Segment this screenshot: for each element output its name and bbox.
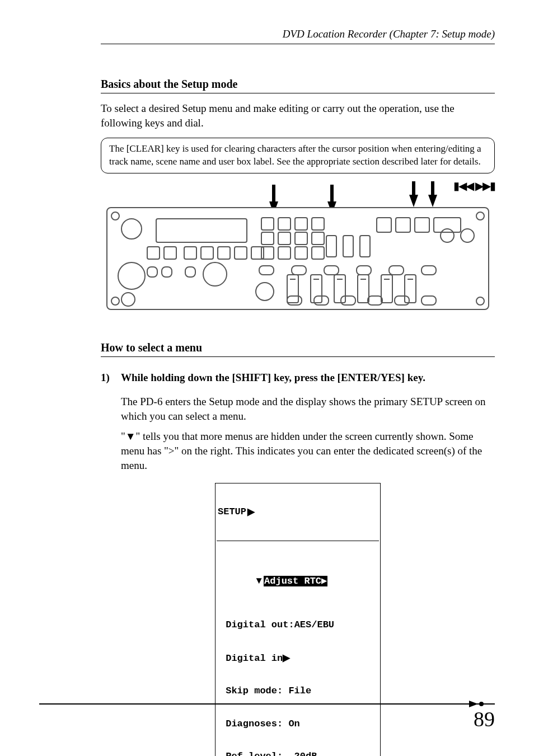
- dot-icon: [479, 702, 484, 706]
- screw-icon: [111, 212, 120, 220]
- led-icon: [259, 265, 274, 275]
- step-1-body-b: "▼" tells you that more menus are hidden…: [121, 429, 495, 472]
- keypad-button: [311, 246, 325, 260]
- lcd-value: AES/EBU: [294, 619, 334, 630]
- triangle-down-icon: ▼: [254, 575, 264, 586]
- led-icon: [394, 295, 410, 306]
- screw-icon: [476, 297, 485, 306]
- led-icon: [421, 295, 437, 306]
- section-title-basics: Basics about the Setup mode: [101, 78, 495, 93]
- lcd-selected-item: Adjust RTC▶: [264, 576, 327, 586]
- arrow-down-3: [409, 195, 418, 207]
- lcd-divider: [217, 541, 379, 541]
- button-icon: [147, 246, 160, 260]
- triangle-right-icon: ▶: [283, 652, 290, 663]
- sel-dial-icon: [255, 282, 274, 301]
- lcd-title: SETUP: [218, 506, 246, 518]
- arrow-stem-2: [330, 185, 334, 204]
- button-icon: [147, 266, 158, 278]
- clear-key-note: The [CLEAR] key is used for clearing cha…: [101, 138, 495, 173]
- led-icon: [340, 295, 356, 306]
- section-title-howto: How to select a menu: [101, 341, 495, 357]
- disc-slot-icon: [156, 218, 247, 243]
- screw-icon: [111, 297, 120, 306]
- switch-icon: [359, 235, 371, 257]
- knob-icon: [440, 228, 455, 243]
- keypad-button: [261, 217, 274, 231]
- keypad-button: [278, 217, 291, 231]
- transport-key: [414, 217, 430, 233]
- lcd-line: Ref.level: -20dB: [226, 751, 317, 756]
- page-footer: 89: [39, 703, 495, 737]
- button-icon: [217, 246, 231, 260]
- lcd-line: Skip mode: File: [226, 685, 311, 696]
- keypad-button: [294, 232, 308, 245]
- arrow-down-4: [428, 195, 437, 207]
- knob-icon: [121, 292, 135, 307]
- triangle-right-icon: ▶: [247, 506, 255, 518]
- knob-icon: [121, 218, 142, 240]
- keypad-button: [311, 232, 325, 245]
- page: DVD Location Recorder (Chapter 7: Setup …: [0, 0, 534, 756]
- step-1-heading: 1) While holding down the [SHIFT] key, p…: [101, 372, 495, 384]
- step-1-label: While holding down the [SHIFT] key, pres…: [121, 372, 425, 384]
- keypad-button: [311, 217, 325, 231]
- device-figure: ▮◀◀ ▶▶▮: [101, 179, 495, 325]
- button-icon: [200, 246, 214, 260]
- device-body: [106, 207, 489, 310]
- button-icon: [234, 246, 247, 260]
- led-icon: [313, 295, 329, 306]
- page-number: 89: [474, 707, 495, 731]
- keypad-button: [294, 217, 308, 231]
- step-1-number: 1): [101, 372, 114, 384]
- footer-rule: [39, 703, 495, 707]
- keypad-button: [261, 246, 274, 260]
- screw-icon: [476, 212, 485, 220]
- switch-icon: [326, 235, 337, 257]
- step-1-body-a: The PD-6 enters the Setup mode and the d…: [121, 395, 495, 423]
- knob-icon: [460, 228, 475, 243]
- keypad-button: [278, 232, 291, 245]
- led-icon: [421, 265, 437, 275]
- switch-icon: [343, 235, 354, 257]
- transport-key: [376, 217, 392, 233]
- transport-key: [395, 217, 411, 233]
- lcd-line: Digital out:: [226, 619, 294, 630]
- knob-icon: [118, 262, 146, 290]
- led-icon: [287, 295, 302, 306]
- jog-wheel-icon: [203, 262, 227, 287]
- keypad-button: [261, 232, 274, 245]
- keypad-button: [278, 246, 291, 260]
- led-icon: [367, 295, 383, 306]
- button-icon: [161, 266, 172, 278]
- lcd-line: Digital in: [226, 653, 283, 664]
- arrow-stem-1: [272, 185, 275, 204]
- transport-icons: ▮◀◀ ▶▶▮: [453, 179, 495, 192]
- button-icon: [163, 246, 177, 260]
- running-header: DVD Location Recorder (Chapter 7: Setup …: [101, 28, 495, 44]
- button-icon: [185, 266, 196, 278]
- basics-intro: To select a desired Setup menu and make …: [101, 101, 495, 130]
- keypad-button: [294, 246, 308, 260]
- button-icon: [184, 246, 197, 260]
